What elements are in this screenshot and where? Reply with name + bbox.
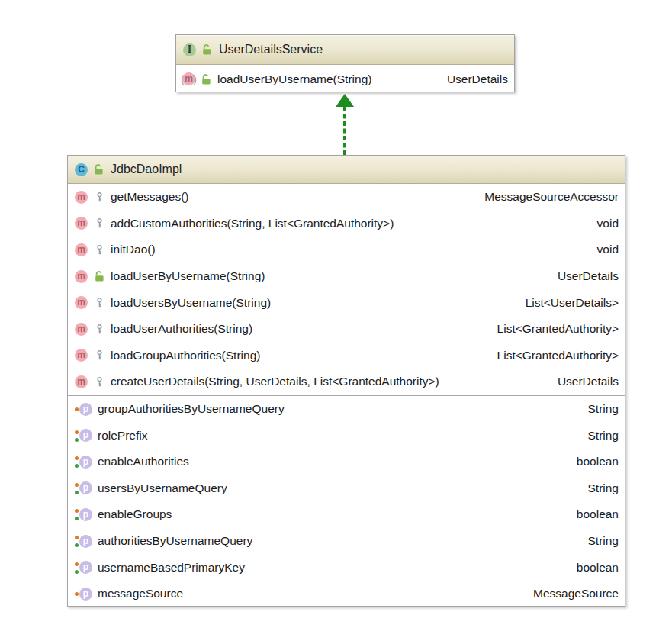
property-name: usersByUsernameQuery <box>98 481 227 495</box>
property-name: messageSource <box>98 587 183 601</box>
getter-dot-icon <box>75 438 79 442</box>
property-name: enableGroups <box>98 507 172 521</box>
getter-dot-icon <box>75 464 79 468</box>
setter-dot-icon <box>75 562 79 566</box>
property-icon: p <box>75 534 92 548</box>
property-type: boolean <box>577 455 619 469</box>
method-return-type: UserDetails <box>558 375 619 388</box>
property-row[interactable]: pusernameBasedPrimaryKeyboolean <box>68 554 625 581</box>
method-icon-group: m <box>75 217 88 230</box>
getter-dot-icon <box>75 517 79 520</box>
property-icon: p <box>75 481 92 495</box>
property-type: String <box>588 534 619 548</box>
public-lock-icon <box>200 73 212 85</box>
setter-dot-icon <box>75 536 79 539</box>
protected-key-icon <box>93 349 105 362</box>
property-icon: p <box>75 561 92 575</box>
protected-key-icon <box>93 375 105 388</box>
method-row[interactable]: mloadUsersByUsername(String)List<UserDet… <box>68 289 625 316</box>
method-name: initDao() <box>111 243 156 256</box>
setter-dot-icon <box>75 509 79 513</box>
node-title: UserDetailsService <box>217 43 323 56</box>
method-name: loadGroupAuthorities(String) <box>111 349 260 362</box>
protected-key-icon <box>93 217 105 230</box>
property-icon-letter: p <box>79 429 92 442</box>
method-name: getMessages() <box>111 190 189 204</box>
setter-dot-icon <box>75 407 79 411</box>
method-row[interactable]: mgetMessages()MessageSourceAccessor <box>68 184 625 211</box>
method-name: createUserDetails(String, UserDetails, L… <box>111 375 439 388</box>
realization-edge[interactable] <box>343 107 346 155</box>
method-icon-group: (m) <box>183 72 195 85</box>
uml-diagram-canvas: I UserDetailsService (m)loadUserByUserna… <box>0 0 672 628</box>
method-icon-group: m <box>75 296 88 309</box>
method-name: loadUserAuthorities(String) <box>111 322 252 336</box>
property-type: String <box>588 402 619 416</box>
property-icon: p <box>75 455 92 469</box>
property-icon: p <box>75 587 92 601</box>
property-icon-letter: p <box>79 481 92 494</box>
abstract-paren-icon: ) <box>193 72 197 85</box>
method-icon-group: m <box>75 243 88 256</box>
class-icon: C <box>75 163 88 176</box>
method-row[interactable]: (m)loadUserByUsername(String)UserDetails <box>176 65 514 93</box>
method-icon: m <box>75 243 88 256</box>
method-name: loadUsersByUsername(String) <box>111 296 271 310</box>
node-title: JdbcDaoImpl <box>109 163 182 176</box>
property-row[interactable]: pauthoritiesByUsernameQueryString <box>68 528 625 555</box>
class-node-header[interactable]: C JdbcDaoImpl <box>68 156 625 184</box>
setter-dot-icon <box>75 483 79 487</box>
realization-arrowhead-icon[interactable] <box>336 94 354 107</box>
method-icon: m <box>75 375 88 388</box>
method-icon-group: m <box>75 191 88 204</box>
property-icon-letter: p <box>79 508 92 521</box>
property-type: String <box>588 481 619 495</box>
property-type: MessageSource <box>533 587 619 601</box>
method-icon: m <box>75 323 88 336</box>
method-return-type: List<UserDetails> <box>526 296 619 310</box>
property-type: boolean <box>577 507 619 521</box>
protected-key-icon <box>93 243 105 256</box>
method-return-type: void <box>597 243 619 256</box>
public-lock-icon <box>92 163 104 176</box>
property-icon-letter: p <box>79 456 92 469</box>
property-name: authoritiesByUsernameQuery <box>98 534 252 548</box>
setter-dot-icon <box>75 430 79 434</box>
getter-dot-icon <box>75 491 79 494</box>
property-row[interactable]: prolePrefixString <box>68 422 625 449</box>
method-icon: m <box>75 270 88 283</box>
property-row[interactable]: penableAuthoritiesboolean <box>68 449 625 475</box>
getter-dot-icon <box>75 543 79 547</box>
property-row[interactable]: pmessageSourceMessageSource <box>68 581 625 607</box>
method-row[interactable]: mloadUserAuthorities(String)List<Granted… <box>68 316 625 343</box>
method-row[interactable]: mloadUserByUsername(String)UserDetails <box>68 263 625 290</box>
property-icon: p <box>75 429 92 443</box>
property-row[interactable]: pgroupAuthoritiesByUsernameQueryString <box>68 396 625 423</box>
interface-node-header[interactable]: I UserDetailsService <box>176 35 514 65</box>
method-row[interactable]: mloadGroupAuthorities(String)List<Grante… <box>68 343 625 369</box>
property-icon: p <box>75 507 92 521</box>
method-row[interactable]: maddCustomAuthorities(String, List<Grant… <box>68 211 625 237</box>
property-row[interactable]: penableGroupsboolean <box>68 501 625 528</box>
property-name: groupAuthoritiesByUsernameQuery <box>98 402 285 416</box>
class-node-jdbcdaoimpl[interactable]: C JdbcDaoImpl mgetMessages()MessageSourc… <box>67 155 625 607</box>
public-lock-icon <box>201 43 213 56</box>
property-icon-letter: p <box>79 588 92 601</box>
method-row[interactable]: minitDao()void <box>68 237 625 263</box>
method-icon: m <box>75 296 88 309</box>
method-return-type: UserDetails <box>447 72 508 86</box>
property-icon-letter: p <box>79 535 92 548</box>
method-icon: m <box>75 191 88 204</box>
method-row[interactable]: mcreateUserDetails(String, UserDetails, … <box>68 369 625 395</box>
property-icon-letter: p <box>79 561 92 574</box>
property-type: boolean <box>577 561 619 575</box>
protected-key-icon <box>93 191 105 203</box>
property-name: enableAuthorities <box>98 455 189 469</box>
property-row[interactable]: pusersByUsernameQueryString <box>68 475 625 502</box>
setter-dot-icon <box>75 456 79 460</box>
property-type: String <box>588 429 619 443</box>
method-return-type: List<GrantedAuthority> <box>497 349 619 362</box>
method-name: loadUserByUsername(String) <box>111 269 265 283</box>
interface-node-userdetailsservice[interactable]: I UserDetailsService (m)loadUserByUserna… <box>175 34 515 92</box>
method-icon-group: m <box>75 323 88 336</box>
